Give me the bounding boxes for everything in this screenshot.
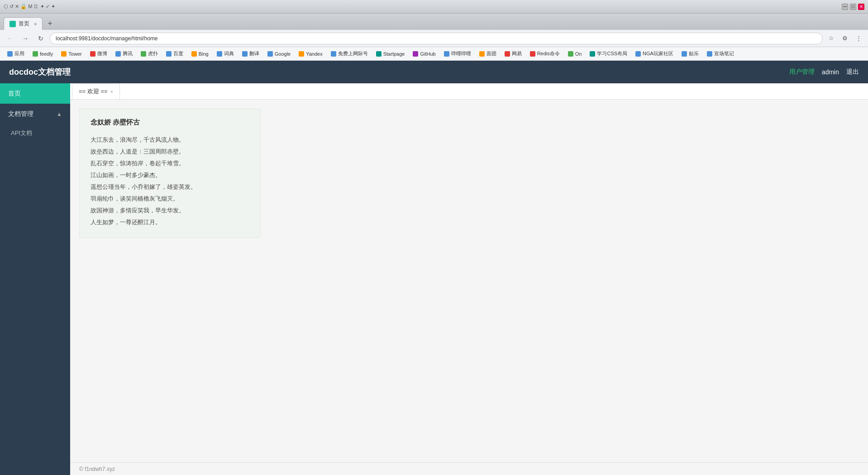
app-header-right: 用户管理 admin 退出 (789, 68, 859, 76)
bookmark-notes[interactable]: 宣场笔记 (703, 49, 738, 59)
welcome-tab[interactable]: == 欢迎 == × (72, 84, 120, 99)
address-bar[interactable] (50, 33, 823, 44)
tab-title: 首页 (19, 20, 29, 28)
bookmark-feedly[interactable]: feedly (29, 49, 57, 59)
bookmark-github[interactable]: GitHub (409, 49, 439, 59)
content-tabs: == 欢迎 == × (70, 83, 868, 100)
bookmark-bilibili[interactable]: 哔哩哔哩 (440, 49, 475, 59)
poem-line: 乱石穿空，惊涛拍岸，卷起千堆雪。 (91, 158, 249, 169)
titlebar-right: ─ □ ✕ (842, 4, 864, 10)
poem-title: 念奴娇 赤壁怀古 (91, 118, 249, 127)
refresh-button[interactable]: ↻ (34, 32, 47, 45)
sidebar-item-doc-manage[interactable]: 文档管理 ▲ (0, 104, 70, 124)
active-tab[interactable]: 首页 × (4, 17, 43, 30)
bookmark-css-icon (590, 51, 595, 57)
browser-tabs-bar: 首页 × + (0, 14, 868, 30)
bookmark-163-label: 网易 (512, 50, 522, 57)
bookmark-freenet-label: 免费上网际号 (338, 50, 368, 57)
bookmark-tencent-icon (115, 51, 121, 57)
browser-nav-bar: ← → ↻ ☆ ⚙ ⋮ (0, 30, 868, 47)
admin-label: admin (822, 68, 839, 76)
bookmark-163[interactable]: 网易 (501, 49, 525, 59)
bookmark-on-label: On (575, 51, 582, 57)
bookmark-tieba-icon (682, 51, 687, 57)
menu-button[interactable]: ⋮ (853, 33, 864, 44)
bookmark-notes-icon (707, 51, 712, 57)
bookmark-dict-label: 词典 (224, 50, 234, 57)
bookmark-weibo[interactable]: 微博 (86, 49, 111, 59)
bookmark-google[interactable]: Google (264, 49, 294, 59)
bookmark-tieba-label: 贴乐 (689, 50, 699, 57)
bookmark-css[interactable]: 学习CSS布局 (586, 49, 631, 59)
sidebar-item-home[interactable]: 首页 (0, 83, 70, 104)
app-footer: © f1ndwh7.xyz (70, 462, 868, 475)
titlebar-left: ⬡ ↺ ✕ 🔒 M 🗋 ✦ ✓ ✦ (4, 4, 55, 10)
poem-line: 故垒西边，人道是：三国周郎赤壁。 (91, 146, 249, 158)
main-content: 念奴娇 赤壁怀古 大江东去，浪淘尽，千古风流人物。故垒西边，人道是：三国周郎赤壁… (70, 100, 868, 462)
nav-icon-group: ☆ ⚙ ⋮ (825, 33, 864, 44)
bookmark-translate[interactable]: 翻译 (238, 49, 263, 59)
bookmark-freenet[interactable]: 免费上网际号 (327, 49, 372, 59)
bookmark-hupa-label: 虎扑 (148, 50, 158, 57)
bookmark-redis[interactable]: Redis命令 (526, 49, 563, 59)
close-button[interactable]: ✕ (858, 4, 864, 10)
bookmark-baidu[interactable]: 百度 (162, 49, 187, 59)
sidebar-home-label: 首页 (8, 90, 21, 98)
poem-line: 人生如梦，一尊还酹江月。 (91, 216, 249, 228)
minimize-button[interactable]: ─ (842, 4, 848, 10)
poem-lines: 大江东去，浪淘尽，千古风流人物。故垒西边，人道是：三国周郎赤壁。乱石穿空，惊涛拍… (91, 134, 249, 228)
bookmark-github-icon (413, 51, 418, 57)
bookmark-bilibili-icon (444, 51, 449, 57)
browser-titlebar: ⬡ ↺ ✕ 🔒 M 🗋 ✦ ✓ ✦ ─ □ ✕ (0, 0, 868, 14)
bookmark-tower-icon (61, 51, 67, 57)
poem-box: 念奴娇 赤壁怀古 大江东去，浪淘尽，千古风流人物。故垒西边，人道是：三国周郎赤壁… (79, 109, 260, 238)
bookmark-startpage[interactable]: Startpage (372, 49, 409, 59)
bookmark-nga[interactable]: NGA玩家社区 (632, 49, 677, 59)
back-button[interactable]: ← (4, 32, 16, 45)
bookmark-163-icon (505, 51, 510, 57)
bookmark-bing-icon (191, 51, 197, 57)
bookmark-bing[interactable]: Bing (188, 49, 212, 59)
tab-favicon (10, 21, 16, 27)
bookmark-yandex[interactable]: Yandex (295, 49, 326, 59)
logout-button[interactable]: 退出 (846, 68, 859, 76)
bookmark-bilibili-label: 哔哩哔哩 (451, 50, 471, 57)
bookmark-apps[interactable]: 应用 (4, 49, 28, 59)
bookmark-google-icon (267, 51, 273, 57)
maximize-button[interactable]: □ (850, 4, 856, 10)
bookmark-yandex-label: Yandex (306, 51, 323, 57)
bookmark-tencent[interactable]: 腾讯 (112, 49, 136, 59)
extensions-button[interactable]: ⚙ (839, 33, 851, 44)
poem-line: 遥想公瑾当年，小乔初嫁了，雄姿英发。 (91, 181, 249, 193)
poem-line: 大江东去，浪淘尽，千古风流人物。 (91, 134, 249, 146)
bookmark-tieba[interactable]: 贴乐 (678, 49, 702, 59)
content-area: == 欢迎 == × 念奴娇 赤壁怀古 大江东去，浪淘尽，千古风流人物。故垒西边… (70, 83, 868, 475)
bookmark-freenet-icon (331, 51, 336, 57)
bookmark-nga-label: NGA玩家社区 (643, 50, 673, 57)
bookmark-hupa[interactable]: 虎扑 (137, 49, 162, 59)
poem-line: 羽扇纶巾，谈笑间樯橹灰飞烟灭。 (91, 193, 249, 205)
bookmark-on[interactable]: On (564, 49, 586, 59)
bookmark-baidu-icon (166, 51, 172, 57)
sidebar-api-doc-label: API文档 (11, 129, 32, 137)
bookmark-miantuan[interactable]: 面团 (476, 49, 500, 59)
new-tab-button[interactable]: + (43, 17, 56, 30)
tab-close-button[interactable]: × (34, 21, 37, 27)
user-manage-link[interactable]: 用户管理 (789, 68, 815, 76)
bookmark-redis-icon (530, 51, 535, 57)
bookmark-star-button[interactable]: ☆ (825, 33, 837, 44)
bookmark-tower[interactable]: Tower (57, 49, 85, 59)
bookmark-dict[interactable]: 词典 (213, 49, 238, 59)
bookmark-github-label: GitHub (420, 51, 435, 57)
forward-button[interactable]: → (19, 32, 32, 45)
bookmark-bing-label: Bing (199, 51, 209, 57)
welcome-tab-close[interactable]: × (110, 89, 113, 94)
browser-frame: ⬡ ↺ ✕ 🔒 M 🗋 ✦ ✓ ✦ ─ □ ✕ 首页 × + ← → ↻ ☆ ⚙… (0, 0, 868, 475)
bookmark-translate-icon (242, 51, 248, 57)
app-container: docdoc文档管理 用户管理 admin 退出 首页 文档管理 ▲ API文档 (0, 61, 868, 475)
bookmark-feedly-label: feedly (40, 51, 53, 57)
browser-icons: ⬡ ↺ ✕ 🔒 M 🗋 ✦ ✓ ✦ (4, 4, 55, 10)
bookmark-startpage-label: Startpage (383, 51, 405, 57)
bookmark-redis-label: Redis命令 (537, 50, 560, 57)
sidebar-item-api-doc[interactable]: API文档 (0, 124, 70, 142)
